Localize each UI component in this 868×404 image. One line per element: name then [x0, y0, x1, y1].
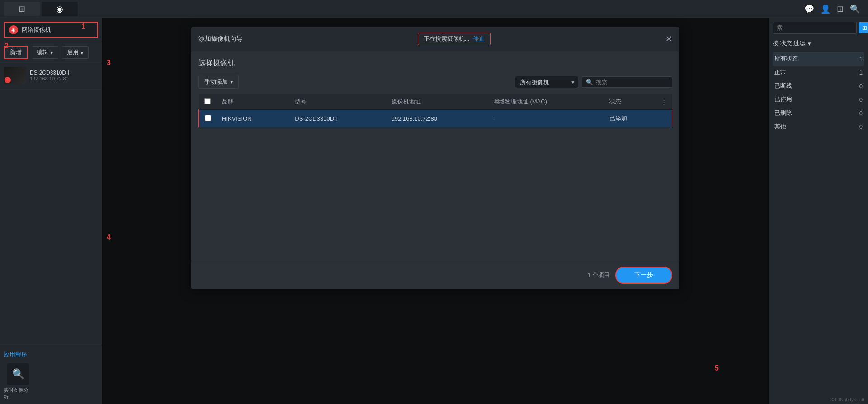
analyze-icon: 🔍: [7, 363, 29, 385]
csdn-watermark: CSDN @lyk_dtf: [830, 397, 864, 402]
network-camera-label: 网络摄像机: [22, 26, 51, 34]
app-section: 应用程序 🔍 实时图像分析: [0, 345, 102, 404]
row-brand: HIKVISION: [217, 110, 289, 127]
filter-title-text: 按 状态 过滤: [773, 39, 805, 47]
app-item-analyze[interactable]: 🔍 实时图像分析: [4, 363, 33, 400]
sidebar-top: ◉ 网络摄像机: [0, 18, 102, 42]
filter-row-4[interactable]: 已删除0: [773, 106, 864, 120]
th-mac: 网络物理地址 (MAC): [488, 94, 604, 110]
camera-ip: 192.168.10.72:80: [30, 76, 98, 81]
table-header-row: 品牌 型号 摄像机地址 网络物理地址 (MAC) 状态 ⋮: [199, 94, 672, 110]
camera-list: DS-2CD3310D-I- 192.168.10.72:80: [0, 63, 102, 345]
main-layout: ◉ 网络摄像机 新增 编辑 ▾ 启用 ▾ DS-2CD3310: [0, 18, 868, 404]
enable-button[interactable]: 启用 ▾: [62, 46, 89, 59]
dialog-body: 选择摄像机 手动添加 ▾ 所有摄像机: [191, 51, 679, 261]
row-more: [656, 110, 672, 127]
row-address: 192.168.10.72:80: [386, 110, 488, 127]
dialog-status: 正在搜索摄像机... 停止: [418, 33, 491, 45]
filter-row-2[interactable]: 已断线0: [773, 79, 864, 93]
filter-label: 已停用: [774, 95, 792, 103]
row-select-checkbox[interactable]: [205, 115, 211, 121]
top-bar: ⊞ ◉ 💬 👤 ⊞ 🔍: [0, 0, 868, 18]
left-sidebar: ◉ 网络摄像机 新增 编辑 ▾ 启用 ▾ DS-2CD3310: [0, 18, 102, 404]
filter-label: 已删除: [774, 109, 792, 117]
next-button[interactable]: 下一步: [615, 267, 672, 284]
center-content: 添加摄像机向导 正在搜索摄像机... 停止 ✕ 选择摄像机 手动添加: [102, 18, 769, 404]
filter-title[interactable]: 按 状态 过滤 ▾: [773, 39, 864, 47]
label-4-marker: 4: [107, 233, 111, 241]
sidebar-toolbar: 新增 编辑 ▾ 启用 ▾: [0, 42, 102, 63]
camera-info: DS-2CD3310D-I- 192.168.10.72:80: [30, 70, 98, 81]
camera-thumbnail: [4, 67, 26, 84]
th-checkbox: [199, 94, 217, 110]
right-sidebar: ⊞ 按 状态 过滤 ▾ 所有状态1正常1已断线0已停用0已删除0其他0: [769, 18, 868, 404]
select-all-checkbox[interactable]: [204, 98, 211, 104]
row-checkbox: [199, 110, 217, 127]
stop-link[interactable]: 停止: [473, 35, 485, 43]
filter-row-1[interactable]: 正常1: [773, 66, 864, 79]
dialog-search-input[interactable]: [596, 79, 668, 85]
label-5-marker: 5: [715, 364, 719, 372]
search-icon[interactable]: 🔍: [850, 4, 860, 14]
manual-add-dropdown-icon: ▾: [231, 80, 233, 85]
status-text: 正在搜索摄像机...: [424, 35, 470, 43]
filter-label: 所有状态: [774, 55, 798, 63]
row-status: 已添加: [604, 110, 655, 127]
dialog-toolbar-left: 手动添加 ▾: [198, 75, 239, 89]
camera-icon: ◉: [9, 25, 18, 34]
dialog-toolbar: 手动添加 ▾ 所有摄像机 HIKVISION 其他: [198, 75, 672, 89]
camera-filter-wrapper: 所有摄像机 HIKVISION 其他: [515, 76, 578, 88]
dialog-close-button[interactable]: ✕: [665, 34, 672, 44]
filter-row-0[interactable]: 所有状态1: [773, 52, 864, 66]
camera-table: 品牌 型号 摄像机地址 网络物理地址 (MAC) 状态 ⋮: [198, 94, 672, 127]
enable-label: 启用: [67, 48, 79, 56]
table-row[interactable]: HIKVISION DS-2CD3310D-I 192.168.10.72:80…: [199, 110, 672, 127]
tab-camera[interactable]: ◉: [42, 2, 78, 16]
right-search-button[interactable]: ⊞: [859, 22, 868, 33]
chat-icon[interactable]: 💬: [804, 4, 814, 14]
edit-button[interactable]: 编辑 ▾: [32, 46, 58, 59]
filter-count: 0: [859, 83, 863, 89]
dialog-search-box: 🔍: [582, 76, 672, 88]
filter-label: 其他: [774, 122, 786, 131]
add-camera-dialog: 添加摄像机向导 正在搜索摄像机... 停止 ✕ 选择摄像机 手动添加: [191, 27, 679, 289]
filter-dropdown-icon: ▾: [808, 40, 811, 47]
label-1-marker: 1: [81, 23, 85, 31]
edit-dropdown-icon: ▾: [50, 49, 53, 56]
top-bar-right: 💬 👤 ⊞ 🔍: [804, 4, 864, 14]
manual-add-button[interactable]: 手动添加 ▾: [198, 75, 239, 89]
item-count: 1 个项目: [587, 271, 610, 279]
row-mac: -: [488, 110, 604, 127]
top-tabs: ⊞ ◉: [4, 2, 78, 16]
tab-grid[interactable]: ⊞: [4, 2, 40, 16]
enable-dropdown-icon: ▾: [80, 49, 84, 56]
filter-row-3[interactable]: 已停用0: [773, 93, 864, 106]
th-model: 型号: [289, 94, 386, 110]
dialog-search-icon: 🔍: [586, 79, 593, 85]
dialog-footer: 1 个项目 下一步: [191, 261, 679, 289]
filter-row-5[interactable]: 其他0: [773, 120, 864, 133]
table-header: 品牌 型号 摄像机地址 网络物理地址 (MAC) 状态 ⋮: [199, 94, 672, 110]
app-section-title: 应用程序: [4, 351, 98, 359]
right-search-input[interactable]: [773, 22, 857, 34]
filter-count: 1: [859, 56, 863, 62]
th-status: 状态: [604, 94, 655, 110]
th-more: ⋮: [656, 94, 672, 110]
dialog-header: 添加摄像机向导 正在搜索摄像机... 停止 ✕: [191, 27, 679, 51]
filter-count: 0: [859, 110, 863, 117]
table-body: HIKVISION DS-2CD3310D-I 192.168.10.72:80…: [199, 110, 672, 127]
edit-label: 编辑: [37, 48, 48, 56]
right-search: ⊞: [773, 22, 864, 34]
user-icon[interactable]: 👤: [821, 4, 830, 14]
label-2-marker: 2: [5, 42, 9, 50]
layout-icon[interactable]: ⊞: [837, 4, 844, 14]
filter-label: 已断线: [774, 82, 792, 90]
th-brand: 品牌: [217, 94, 289, 110]
th-address: 摄像机地址: [386, 94, 488, 110]
filter-count: 0: [859, 123, 863, 130]
list-item[interactable]: DS-2CD3310D-I- 192.168.10.72:80: [0, 63, 102, 88]
dialog-title: 添加摄像机向导: [198, 35, 243, 43]
label-3-marker: 3: [107, 59, 111, 67]
manual-add-label: 手动添加: [204, 78, 228, 86]
camera-filter-select[interactable]: 所有摄像机 HIKVISION 其他: [515, 76, 578, 88]
